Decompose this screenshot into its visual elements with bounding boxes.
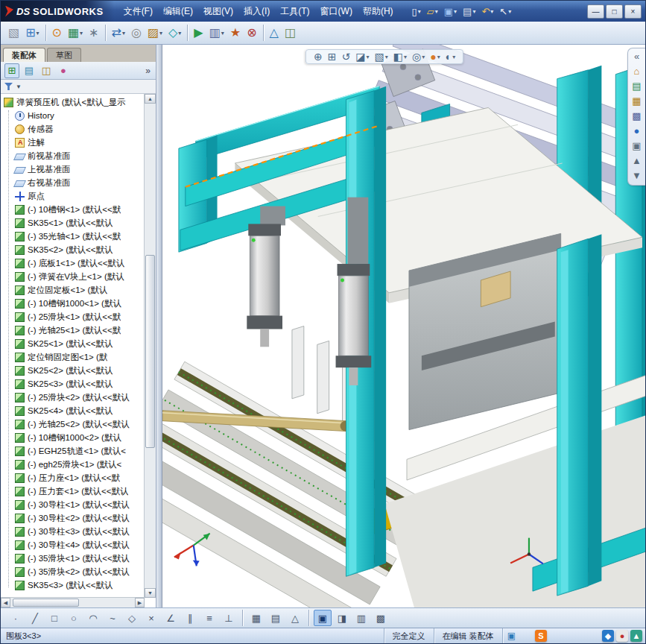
tree-vertical-scrollbar[interactable]: ▲ ▼ [144,94,156,598]
tree-item[interactable]: (-) 底板1<1> (默认<<默认 [2,256,145,270]
sketch-spline-button[interactable]: ~ [104,610,121,626]
tree-item[interactable]: (-) 光轴25<2> (默认<<默认 [2,417,145,431]
tab-assembly[interactable]: 装配体 [3,48,45,62]
sketch-trim-button[interactable]: × [142,610,160,626]
tree-item[interactable]: 定位销固定图<1> (默 [2,350,145,364]
tree-item[interactable]: (-) 10槽钢<1> (默认<<默 [2,203,145,216]
appearances-scenes-tab[interactable]: ● [634,126,640,136]
menu-view[interactable]: 视图(V) [198,3,238,20]
previous-view-button[interactable]: ↺ [339,51,352,62]
tree-horizontal-scrollbar[interactable]: ◀ ▶ [1,597,145,607]
sketch-dimension-angle-button[interactable]: ∠ [162,610,180,626]
quick-snaps-button[interactable]: ▤ [267,610,285,626]
scroll-up-arrow-icon[interactable]: ▲ [145,94,156,104]
vertical-scroll-thumb[interactable] [145,255,155,448]
tree-item[interactable]: (-) 30导柱<3> (默认<<默认 [2,525,145,538]
tree-item[interactable]: SK25<2> (默认<<默认 [2,364,145,377]
assembly-features-button[interactable]: ▨▾ [145,24,165,42]
exploded-view-button[interactable]: ★ [228,24,243,42]
pane-scroll-down-tab[interactable]: ▼ [632,171,642,180]
tree-item[interactable]: (-) 35光轴<1> (默认<<默 [2,230,145,243]
tree-item[interactable]: (-) 10槽钢1000<2> (默认 [2,431,145,444]
hide-show-items-button[interactable]: ◎▾ [410,51,427,62]
undo-button[interactable]: ↶▾ [479,4,495,19]
relation-equal-button[interactable]: ≡ [200,610,218,626]
tab-sketch[interactable]: 草图 [47,48,81,62]
tree-item[interactable]: (-) 30导柱<4> (默认<<默认 [2,538,145,552]
zoom-fit-button[interactable]: ⊕ [311,51,325,62]
display-manager-tab[interactable]: ● [56,63,71,78]
status-display-button[interactable]: ▣ [502,628,520,643]
menu-edit[interactable]: 编辑(E) [158,3,198,20]
tree-item[interactable]: (-) EGH25轨道<1> (默认< [2,444,145,458]
component-pattern-button[interactable]: ▦▾ [66,24,85,42]
sketch-polygon-button[interactable]: ◇ [123,610,141,626]
tree-item[interactable]: (-) 30导柱<2> (默认<<默认 [2,511,145,525]
tree-item[interactable]: 原点 [2,189,145,203]
design-library-tab[interactable]: ▤ [632,81,641,91]
open-button[interactable]: ▱▾ [425,4,440,19]
tree-item[interactable]: SK25<3> (默认<<默认 [2,377,145,391]
pane-scroll-up-tab[interactable]: ▲ [632,156,642,165]
tree-item[interactable]: 上视基准面 [2,162,145,176]
sketch-rectangle-button[interactable]: □ [45,610,63,626]
tree-item[interactable]: SK35<1> (默认<<默认 [2,216,145,230]
move-component-button[interactable]: ⇄▾ [110,24,127,42]
new-motion-study-button[interactable]: ▶ [191,24,205,42]
menu-help[interactable]: 帮助(H) [358,3,399,20]
tree-item[interactable]: (-) 35滑块<1> (默认<<默认 [2,552,145,565]
ime-tool-2-icon[interactable]: ● [616,630,628,642]
view-orientation-button[interactable]: ▧▾ [372,51,390,62]
large-assembly-mode-button[interactable]: ◫ [282,24,298,42]
ime-sogou-icon[interactable]: S [535,630,547,642]
sketch-line-button[interactable]: ╱ [26,610,44,626]
tree-item[interactable]: 注解 [2,136,145,149]
relation-parallel-button[interactable]: ∥ [181,610,199,626]
property-manager-tab[interactable]: ▤ [22,63,37,78]
show-hidden-components-button[interactable]: ◎ [129,24,144,42]
menu-tools[interactable]: 工具(T) [275,3,314,20]
edit-appearance-button[interactable]: ●▾ [428,51,442,62]
tree-item[interactable]: 前视基准面 [2,149,145,162]
grid-display-button[interactable]: ▩ [372,610,390,626]
sketch-arc-button[interactable]: ◠ [84,610,102,626]
horizontal-scroll-thumb[interactable] [13,599,79,607]
mate-button[interactable]: ⊙ [50,24,64,42]
file-explorer-tab[interactable]: ▦ [632,96,641,106]
interference-detection-button[interactable]: ⊗ [244,24,259,42]
reference-geometry-button[interactable]: ◇▾ [166,24,183,42]
relation-perpendicular-button[interactable]: ⊥ [220,610,238,626]
section-view-button[interactable]: ◪▾ [353,51,371,62]
view-palette-tab[interactable]: ▩ [632,111,641,121]
instant-3d-button[interactable]: △ [267,24,281,42]
tree-item[interactable]: (-) 25滑块<2> (默认<<默认 [2,391,145,404]
view-settings-button[interactable]: ◐▾ [443,51,457,62]
tree-item[interactable]: (-) 压力套<1> (默认<<默认 [2,484,145,498]
maximize-button[interactable]: □ [606,4,623,19]
tree-item[interactable]: SK25<1> (默认<<默认 [2,337,145,350]
panel-splitter[interactable] [156,45,162,607]
tree-item[interactable]: (-) 35滑块<2> (默认<<默认 [2,565,145,578]
minimize-button[interactable]: — [587,4,604,19]
insert-components-button[interactable]: ⊞▾ [23,24,41,42]
assembly-3d-model[interactable] [162,45,645,607]
solidworks-resources-tab[interactable]: ⌂ [634,66,640,76]
custom-properties-tab[interactable]: ▣ [632,141,641,151]
featuremanager-tree-tab[interactable]: ⊞ [4,63,19,78]
smart-fasteners-button[interactable]: ∗ [86,24,101,42]
scroll-down-arrow-icon[interactable]: ▼ [145,588,156,598]
ime-tool-1-icon[interactable]: ◆ [602,630,614,642]
bill-of-materials-button[interactable]: ▥▾ [207,24,227,42]
select-button[interactable]: ↖▾ [497,4,513,19]
sketch-circle-button[interactable]: ○ [65,610,83,626]
print-button[interactable]: ▤▾ [460,4,478,19]
sketch-point-button[interactable]: · [7,610,25,626]
tree-item[interactable]: 右视基准面 [2,176,145,189]
menu-window[interactable]: 窗口(W) [315,3,358,20]
tree-item[interactable]: SK35<2> (默认<<默认 [2,243,145,256]
tree-item[interactable]: (-) 压力座<1> (默认<<默 [2,471,145,484]
tree-item[interactable]: (-) egh25滑块<1> (默认< [2,458,145,471]
tree-item[interactable]: History [2,109,145,122]
panel-overflow-button[interactable]: » [145,66,152,76]
filter-bar[interactable]: ▼ [1,80,156,94]
